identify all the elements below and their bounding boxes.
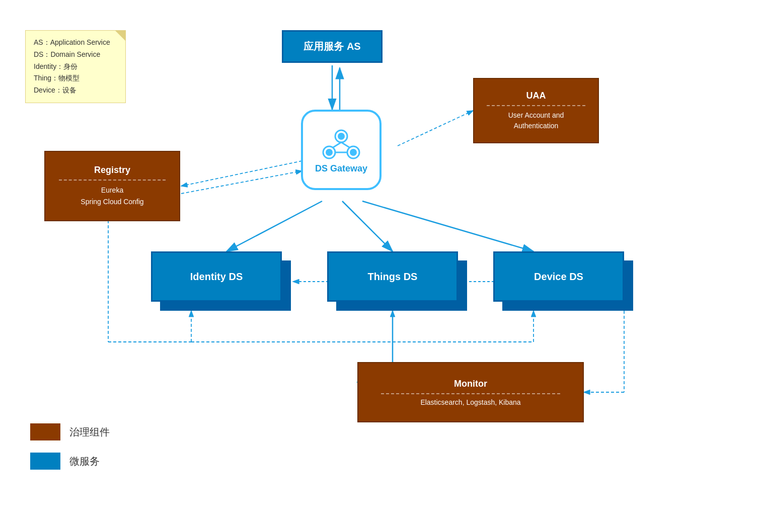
device-ds-label: Device DS [534,271,583,283]
monitor-box: Monitor Elasticsearch, Logstash, Kibana [357,362,584,422]
legend-microservice-label: 微服务 [69,455,100,468]
legend-note: AS：Application Service DS：Domain Service… [25,30,126,103]
gateway-box: DS Gateway [301,110,382,190]
legend-line-3: Identity：身份 [34,61,117,73]
monitor-title: Monitor [454,379,487,389]
legend-line-4: Thing：物模型 [34,72,117,84]
legend-brown-box [30,423,60,440]
registry-subtitle: EurekaSpring Cloud Config [81,185,143,207]
uaa-title: UAA [526,91,546,101]
things-ds-label: Things DS [368,271,418,283]
uaa-subtitle: User Account andAuthentication [508,110,564,131]
legend-line-2: DS：Domain Service [34,49,117,61]
registry-box: Registry EurekaSpring Cloud Config [44,151,180,221]
as-box: 应用服务 AS [282,30,383,63]
identity-ds-box: Identity DS [151,251,282,302]
gateway-label: DS Gateway [315,163,367,174]
svg-line-7 [181,161,302,186]
monitor-subtitle: Elasticsearch, Logstash, Kibana [420,398,520,406]
svg-line-30 [333,142,341,147]
legend-microservice: 微服务 [30,453,110,470]
svg-line-31 [341,142,349,147]
legend-governance: 治理组件 [30,423,110,440]
things-ds-box: Things DS [327,251,458,302]
legend-line-5: Device：设备 [34,84,117,97]
svg-point-34 [326,149,333,156]
svg-line-11 [362,201,534,251]
device-ds-box: Device DS [493,251,624,302]
as-label: 应用服务 AS [303,40,360,53]
identity-ds-label: Identity DS [190,271,243,283]
svg-point-33 [338,133,345,140]
registry-title: Registry [94,165,130,175]
legend-governance-label: 治理组件 [69,425,110,439]
svg-line-6 [398,111,473,146]
legend-bottom: 治理组件 微服务 [30,423,110,482]
svg-line-10 [342,201,393,251]
svg-line-8 [181,171,302,194]
uaa-box: UAA User Account andAuthentication [473,78,599,143]
legend-line-1: AS：Application Service [34,37,117,49]
svg-point-35 [350,149,357,156]
svg-line-9 [226,201,322,251]
legend-blue-box [30,453,60,470]
